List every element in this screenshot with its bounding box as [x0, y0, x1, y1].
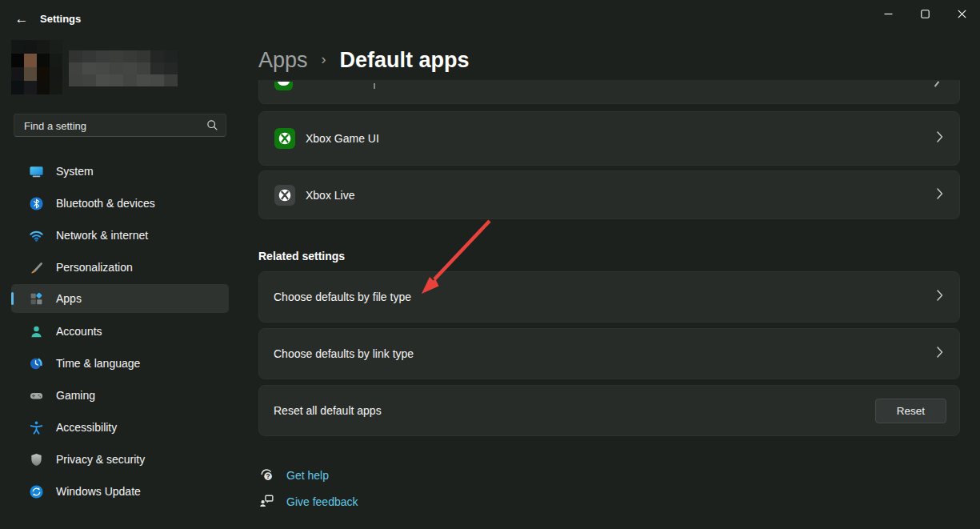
- sidebar-item-network-internet[interactable]: Network & internet: [11, 221, 229, 250]
- list-row-cut-off[interactable]: [258, 80, 960, 104]
- give-feedback-label: Give feedback: [286, 495, 358, 508]
- row-choose-defaults-by-link-type[interactable]: Choose defaults by link type: [258, 328, 960, 379]
- sidebar-item-bluetooth-devices[interactable]: Bluetooth & devices: [11, 189, 229, 218]
- search-icon: [206, 119, 218, 134]
- row-reset-all-default-apps: Reset all default apps Reset: [258, 385, 960, 436]
- search-box: [14, 114, 226, 137]
- give-feedback-icon: [258, 492, 275, 512]
- svg-text:?: ?: [266, 472, 270, 480]
- row-choose-defaults-by-file-type[interactable]: Choose defaults by file type: [258, 271, 960, 323]
- get-help-link[interactable]: ? Get help: [258, 467, 329, 483]
- sidebar-item-label: System: [56, 165, 94, 178]
- chevron-right-icon: [937, 188, 943, 202]
- app-row-xbox-game-ui[interactable]: Xbox Game UI: [258, 111, 960, 166]
- sidebar-item-system[interactable]: System: [11, 157, 229, 186]
- profile-name-redacted: [69, 50, 178, 86]
- gamepad-icon: [29, 388, 44, 403]
- search-input[interactable]: [22, 114, 202, 138]
- row-label: Choose defaults by file type: [274, 291, 411, 303]
- sidebar-item-label: Network & internet: [56, 229, 148, 242]
- chevron-right-icon: [937, 347, 943, 361]
- chevron-right-icon: [937, 290, 943, 304]
- minimize-button[interactable]: [870, 0, 906, 27]
- give-feedback-link[interactable]: Give feedback: [258, 494, 358, 510]
- person-icon: [29, 324, 44, 339]
- chevron-right-icon: [934, 81, 940, 87]
- xbox-gray-icon: [274, 185, 295, 206]
- app-row-label: Xbox Live: [306, 189, 354, 202]
- sidebar-item-windows-update[interactable]: Windows Update: [11, 477, 229, 506]
- sidebar-item-apps[interactable]: Apps: [11, 284, 229, 313]
- sidebar-item-label: Accessibility: [56, 421, 117, 434]
- maximize-icon: [921, 10, 930, 18]
- apps-icon: [29, 291, 44, 307]
- accessibility-person-icon: [29, 420, 44, 435]
- breadcrumb: Apps › Default apps: [258, 46, 470, 74]
- row-label: Choose defaults by link type: [274, 347, 414, 360]
- row-label: Reset all default apps: [274, 404, 382, 417]
- minimize-icon: [884, 10, 893, 18]
- wifi-icon: [29, 228, 44, 243]
- get-help-label: Get help: [286, 469, 329, 482]
- titlebar: ← Settings: [0, 0, 980, 35]
- system-icon: [29, 164, 44, 179]
- bluetooth-icon: [29, 196, 44, 211]
- sidebar-item-label: Bluetooth & devices: [56, 197, 155, 210]
- breadcrumb-separator-icon: ›: [322, 51, 326, 68]
- clock-globe-icon: [29, 356, 44, 371]
- sidebar-item-time-language[interactable]: Time & language: [11, 349, 229, 378]
- sidebar-item-accounts[interactable]: Accounts: [11, 317, 229, 346]
- sidebar-item-label: Time & language: [56, 357, 140, 370]
- sync-arrows-icon: [29, 484, 44, 499]
- page-title: Default apps: [340, 48, 470, 73]
- sidebar: System Bluetooth & devices Network & int…: [0, 35, 240, 529]
- get-help-icon: ?: [258, 466, 275, 486]
- sidebar-item-personalization[interactable]: Personalization: [11, 253, 229, 282]
- shield-icon: [29, 452, 44, 467]
- breadcrumb-parent[interactable]: Apps: [258, 48, 308, 73]
- sidebar-item-label: Privacy & security: [56, 453, 145, 466]
- xbox-green-icon: [274, 128, 295, 149]
- app-row-label: Xbox Game UI: [306, 132, 379, 145]
- close-icon: [958, 10, 966, 18]
- xbox-icon-partial: [274, 82, 293, 90]
- back-arrow-icon: ←: [15, 11, 29, 26]
- cut-off-text-fragment: [374, 83, 375, 89]
- maximize-button[interactable]: [906, 0, 943, 27]
- sidebar-item-label: Windows Update: [56, 485, 141, 498]
- sidebar-item-label: Gaming: [56, 389, 95, 402]
- avatar: [11, 40, 62, 94]
- chevron-right-icon: [937, 131, 943, 146]
- back-button[interactable]: ←: [10, 8, 34, 30]
- window-controls: [870, 0, 980, 27]
- related-settings-heading: Related settings: [258, 250, 345, 262]
- reset-button[interactable]: Reset: [875, 399, 946, 423]
- close-button[interactable]: [943, 0, 980, 27]
- sidebar-item-privacy-security[interactable]: Privacy & security: [11, 445, 229, 474]
- sidebar-item-label: Accounts: [56, 325, 102, 338]
- window-title: Settings: [40, 13, 81, 25]
- paintbrush-icon: [29, 260, 44, 275]
- sidebar-item-accessibility[interactable]: Accessibility: [11, 413, 229, 442]
- sidebar-item-gaming[interactable]: Gaming: [11, 381, 229, 410]
- app-row-xbox-live[interactable]: Xbox Live: [258, 170, 960, 219]
- sidebar-item-label: Apps: [56, 292, 82, 305]
- selection-accent-bar: [11, 292, 14, 305]
- sidebar-item-label: Personalization: [56, 261, 133, 274]
